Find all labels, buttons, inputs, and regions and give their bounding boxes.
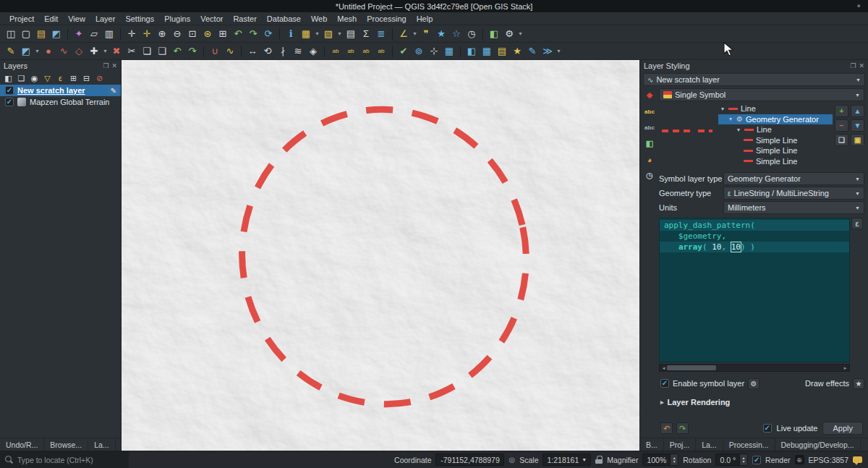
pan-to-selection-icon[interactable]: ✛ [140,27,154,41]
render-checkbox[interactable]: ✓ [752,456,761,464]
digitize-point-icon[interactable]: ● [41,44,56,59]
layer-item[interactable]: ✓New scratch layer✎ [0,85,121,96]
messages-icon[interactable] [853,456,862,463]
expand-caret-icon[interactable]: ▼ [720,106,726,111]
panel-tab-debugging-develop[interactable]: Debugging/Develop... [775,438,861,451]
zoom-to-selection-icon[interactable]: ⊛ [200,27,215,41]
expand-caret-icon[interactable]: ▼ [728,116,733,122]
map-tips-icon[interactable]: ❞ [419,27,433,41]
locate-input[interactable] [17,456,119,464]
lock-symbol-color-button[interactable]: ▣ [851,134,864,146]
scale-combo[interactable]: 1:218161▼ [542,454,591,466]
favorites-icon[interactable]: ★ [510,44,524,59]
live-update-checkbox[interactable]: ✓ [763,424,772,433]
menu-processing[interactable]: Processing [362,14,411,24]
redo-icon[interactable]: ↷ [185,44,200,59]
digitize-line-icon[interactable]: ∿ [56,44,71,59]
symbol-tree-node[interactable]: ▼Line [718,103,833,114]
save-layer-edits-icon[interactable]: ◩ [19,44,33,59]
expression-builder-button[interactable]: ε [851,218,863,229]
add-group-icon[interactable]: ❏ [16,73,27,84]
dropdown-caret-icon[interactable]: ▼ [102,48,109,54]
data-defined-override-button[interactable]: ⚙ [748,378,760,389]
statistical-summary-icon[interactable]: ≣ [374,27,388,41]
close-icon[interactable]: ✕ [111,62,117,69]
open-layer-styling-panel-icon[interactable]: ◧ [3,73,14,84]
show-bookmarks-icon[interactable]: ☆ [449,27,464,41]
layout-manager-icon[interactable]: ▥ [102,27,116,41]
toggle-editing-icon[interactable]: ✎ [4,44,18,59]
filter-by-expression-icon[interactable]: ε [55,73,66,84]
labels-tab-icon[interactable]: abc [644,106,656,117]
menu-raster[interactable]: Raster [228,14,261,24]
snapping-toggle-icon[interactable]: ∪ [208,44,222,59]
new-bookmark-icon[interactable]: ★ [434,27,448,41]
measure-icon[interactable]: ∠ [396,27,411,41]
panel-tab-b[interactable]: B... [640,438,664,451]
expand-all-icon[interactable]: ⊞ [68,73,79,84]
add-annotation-icon[interactable]: ✎ [525,44,540,59]
collapse-all-icon[interactable]: ⊟ [81,73,92,84]
panel-tab-proj[interactable]: Proj... [664,438,696,451]
view-3d-tab-icon[interactable]: ◧ [644,138,656,149]
draw-effects-button[interactable]: ★ [853,378,864,389]
field-calculator-icon[interactable]: Σ [359,27,373,41]
menu-edit[interactable]: Edit [39,14,63,24]
map-canvas[interactable] [122,60,639,451]
move-symbol-layer-down-button[interactable]: ▼ [851,119,864,132]
expression-editor[interactable]: apply_dash_pattern( $geometry, array( 10… [659,218,850,362]
label-toolbar-icon[interactable]: ab [328,44,343,59]
selection-toolbar-icon[interactable]: ▦ [480,44,494,59]
processing-toolbox-icon[interactable]: ⚙ [502,27,516,41]
select-by-form-icon[interactable]: ▤ [495,44,509,59]
spin-arrows[interactable]: ▲▼ [671,454,678,466]
split-features-icon[interactable]: ∤ [276,44,290,59]
masks-tab-icon[interactable]: abc [644,122,656,133]
layer-item[interactable]: ✓Mapzen Global Terrain [0,96,121,108]
zoom-out-icon[interactable]: ⊖ [170,27,184,41]
locate-box[interactable] [0,451,129,468]
python-console-icon[interactable]: ≫ [540,44,555,59]
dropdown-caret-icon[interactable]: ▼ [336,31,343,36]
enable-symbol-layer-checkbox[interactable]: ✓ [660,379,669,388]
scroll-right-icon[interactable]: ▸ [842,365,848,371]
refresh-map-icon[interactable]: ⟳ [261,27,276,41]
editor-hscrollbar[interactable]: ◂ ▸ [659,364,850,372]
dropdown-caret-icon[interactable]: ▼ [517,31,524,36]
tracing-toggle-icon[interactable]: ∿ [223,44,237,59]
rotation-spinbox[interactable]: 0.0 °▲▼ [715,454,748,466]
zoom-full-icon[interactable]: ⊡ [185,27,200,41]
paste-features-icon[interactable]: ❑ [155,44,169,59]
manage-map-themes-icon[interactable]: ◉ [29,73,40,84]
symbol-layer-type-combo[interactable]: Geometry Generator ▼ [723,172,864,185]
layer-styling-toggle-icon[interactable]: ◧ [464,44,479,59]
zoom-in-icon[interactable]: ⊕ [155,27,169,41]
remove-symbol-layer-button[interactable]: − [835,119,848,132]
style-redo-button[interactable]: ↷ [676,422,689,434]
renderer-combo[interactable]: Single Symbol ▼ [659,88,864,101]
undock-icon[interactable]: ❐ [103,62,109,69]
diagrams-tab-icon[interactable]: ◕ [644,154,656,165]
remove-layer-icon[interactable]: ⊘ [94,73,105,84]
topology-checker-icon[interactable]: ⊚ [412,44,426,59]
symbol-tree-node[interactable]: Simple Line [718,135,833,146]
close-icon[interactable]: ✕ [859,62,864,69]
spin-arrows[interactable]: ▲▼ [740,454,748,466]
dropdown-caret-icon[interactable]: ▼ [314,31,320,36]
menu-web[interactable]: Web [306,14,332,24]
reshape-features-icon[interactable]: ≋ [291,44,305,59]
magnifier-spinbox[interactable]: 100%▲▼ [642,454,678,466]
symbol-tree-node[interactable]: ▼⚙Geometry Generator [718,114,833,125]
units-combo[interactable]: Millimeters ▼ [723,201,864,214]
layer-selector-combo[interactable]: ∿ New scratch layer ▼ [643,73,865,86]
pan-map-icon[interactable]: ✛ [124,27,139,41]
merge-features-icon[interactable]: ◈ [306,44,320,59]
apply-button[interactable]: Apply [822,422,863,435]
georeferencer-icon[interactable]: ⊹ [427,44,441,59]
digitize-polygon-icon[interactable]: ◇ [72,44,86,59]
check-geometries-icon[interactable]: ✔ [396,44,411,59]
menu-mesh[interactable]: Mesh [332,14,362,24]
menu-plugins[interactable]: Plugins [159,14,195,24]
new-project-icon[interactable]: ▢ [19,27,33,41]
cut-features-icon[interactable]: ✂ [124,44,139,59]
